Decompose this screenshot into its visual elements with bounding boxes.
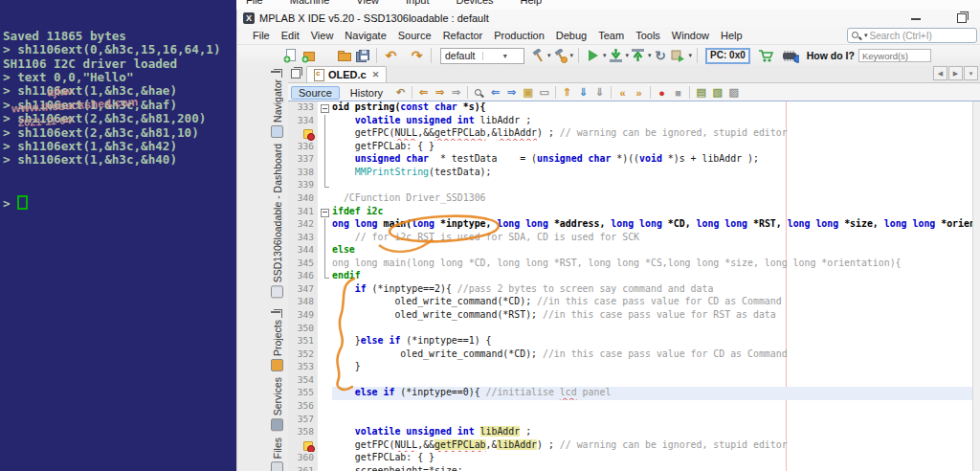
new-project-icon[interactable] [300, 47, 318, 64]
code-text: // for i2c RST is used for SDA, CD is us… [332, 232, 980, 245]
previous-bookmark-icon[interactable]: ⇑ [560, 85, 574, 100]
build-icon[interactable] [528, 47, 546, 64]
code-text: volatile unsigned int libAddr ; [332, 115, 980, 128]
fold-gutter[interactable] [318, 101, 332, 115]
menu-help[interactable]: Help [715, 29, 748, 42]
line-number: 337 [288, 153, 318, 167]
code-line: 360 getFPCLab: { } [288, 452, 980, 465]
forward-icon[interactable]: ⇒ [433, 85, 447, 100]
vm-menu-input[interactable]: Input [406, 0, 429, 6]
tab-oled-c[interactable]: OLED.c ✕ [306, 66, 387, 82]
sidebar-tab-label: Projects [272, 320, 283, 356]
diff-icon[interactable]: ▨ [726, 85, 741, 100]
run-icon[interactable] [584, 47, 602, 64]
start-macro-icon[interactable]: ● [655, 85, 669, 100]
scroll-tabs-left-icon[interactable]: ◀ [933, 66, 947, 80]
code-text: getFPCLab: { } [332, 141, 980, 154]
menu-file[interactable]: File [247, 29, 276, 42]
menu-team[interactable]: Team [592, 29, 630, 42]
vm-menu-devices[interactable]: Devices [456, 0, 493, 6]
quick-search-box[interactable]: ▾ Search (Ctrl+I) [847, 28, 977, 43]
program-device-icon[interactable] [607, 47, 625, 64]
tab-list-icon[interactable]: ▾ [964, 66, 978, 80]
open-project-icon[interactable] [335, 47, 353, 64]
sidebar-tab-dashboard[interactable]: SSD1306loadable - Dashboard [270, 141, 284, 301]
sidebar-tab-services[interactable]: Services [270, 374, 284, 434]
window-stack-icon[interactable] [271, 311, 280, 313]
vertical-scrollbar[interactable] [972, 101, 980, 471]
code-text: MMPrintString(testData); [332, 167, 980, 180]
search-icon [852, 31, 861, 40]
fold-gutter [318, 465, 332, 471]
find-next-icon[interactable]: ⇒ [504, 85, 519, 100]
restore-icon[interactable] [957, 13, 967, 23]
shopping-cart-icon[interactable] [757, 47, 775, 64]
last-edit-icon[interactable]: ↶ [393, 85, 408, 100]
console-panel[interactable]: Saved 11865 bytes> sh1106ext(0,&h3c,15,1… [0, 0, 236, 471]
chevron-down-icon[interactable]: ▾ [689, 52, 693, 59]
chevron-down-icon[interactable]: ▾ [570, 52, 574, 59]
comment-icon[interactable]: ▤ [694, 85, 708, 100]
vm-menu-view[interactable]: View [356, 0, 379, 6]
console-cursor [17, 195, 28, 210]
line-number: 353 [288, 361, 318, 374]
toggle-highlight-icon[interactable]: ▣ [521, 85, 535, 100]
find-previous-icon[interactable]: ⇐ [488, 85, 502, 100]
menu-debug[interactable]: Debug [550, 29, 592, 42]
next-edit-icon[interactable]: ⇒ [449, 85, 463, 100]
shift-left-icon[interactable]: « [615, 85, 630, 100]
save-all-icon[interactable] [353, 47, 371, 64]
minimize-icon[interactable] [911, 18, 921, 20]
sidebar-tab-projects[interactable]: Projects [270, 317, 284, 374]
view-history-button[interactable]: History [343, 86, 390, 100]
stop-macro-icon[interactable]: ■ [671, 85, 685, 100]
new-file-icon[interactable] [281, 47, 300, 64]
code-line: 347 if (*inptype==2){ //pass 2 bytes to … [288, 283, 980, 297]
menu-tools[interactable]: Tools [630, 29, 666, 42]
menu-navigate[interactable]: Navigate [339, 29, 391, 42]
code-area[interactable]: 333oid pstring(const char *s){334 volati… [288, 101, 980, 471]
menu-source[interactable]: Source [392, 29, 437, 42]
sidebar-tab-files[interactable]: Files [270, 435, 284, 471]
code-line: 348 oled_write_command(*CD); //in this c… [288, 296, 980, 309]
view-source-button[interactable]: Source [291, 86, 340, 100]
line-number: 361 [288, 465, 318, 471]
menu-production[interactable]: Production [488, 29, 550, 42]
rectangular-selection-icon[interactable]: ▭ [537, 85, 551, 100]
configuration-select[interactable]: default ▾ [440, 48, 524, 64]
shift-right-icon[interactable]: » [632, 85, 646, 100]
window-stack-icon[interactable] [291, 69, 301, 78]
device-programmer-icon[interactable] [781, 47, 799, 64]
back-icon[interactable]: ⇐ [416, 85, 431, 100]
sidebar-tab-navigator[interactable]: Navigator [270, 77, 284, 141]
fold-gutter [318, 167, 332, 180]
read-device-icon[interactable] [629, 47, 647, 64]
window-stack-icon[interactable] [271, 71, 280, 73]
uncomment-icon[interactable]: ▧ [710, 85, 724, 100]
next-error-icon[interactable]: ⇓ [592, 85, 607, 100]
debug-icon[interactable] [670, 47, 688, 64]
redo-icon[interactable]: ↷ [408, 47, 426, 64]
close-icon[interactable]: ✕ [372, 70, 380, 79]
vm-menu-help[interactable]: Help [521, 0, 543, 6]
menu-refactor[interactable]: Refactor [437, 29, 489, 42]
keyword-input[interactable] [858, 49, 931, 62]
menu-edit[interactable]: Edit [276, 29, 305, 42]
line-number: 338 [288, 167, 318, 180]
fold-gutter [318, 348, 332, 362]
fold-gutter[interactable] [318, 206, 332, 219]
vm-menu-machine[interactable]: Machine [290, 0, 330, 6]
scroll-tabs-right-icon[interactable]: ▶ [948, 66, 963, 80]
find-icon[interactable] [472, 85, 486, 100]
console-prompt-line[interactable]: > [3, 195, 236, 209]
menu-view[interactable]: View [305, 29, 340, 42]
clean-build-icon[interactable] [551, 47, 569, 64]
window-title: MPLAB X IDE v5.20 - SSD1306loadable : de… [259, 12, 489, 24]
fold-gutter [318, 127, 332, 141]
menu-window[interactable]: Window [666, 29, 715, 42]
next-bookmark-icon[interactable]: ⇓ [576, 85, 590, 100]
vm-menu-file[interactable]: File [246, 0, 263, 6]
main-area: NavigatorSSD1306loadable - DashboardProj… [237, 65, 980, 471]
reset-icon[interactable]: ↻ [652, 47, 670, 64]
undo-icon[interactable]: ↶ [382, 47, 400, 64]
